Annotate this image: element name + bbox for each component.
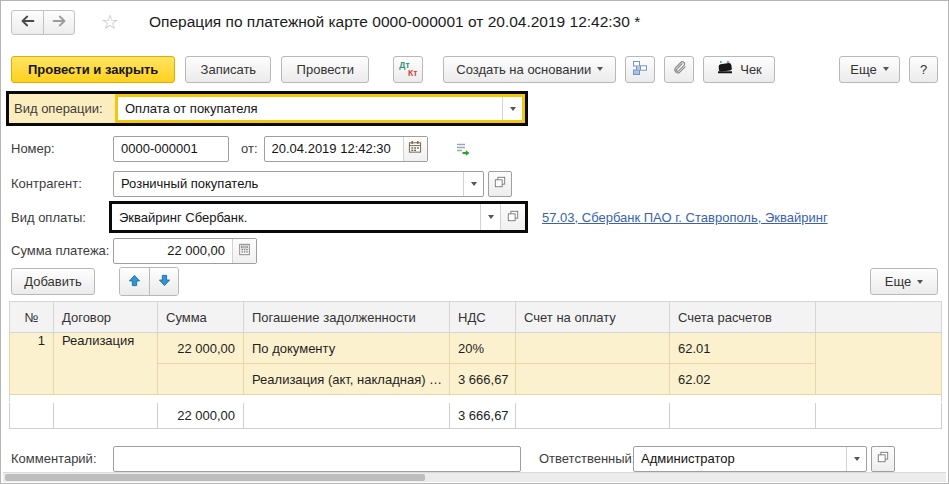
counterparty-field-group bbox=[113, 171, 484, 197]
number-label: Номер: bbox=[11, 141, 113, 156]
operation-kind-select[interactable] bbox=[115, 94, 525, 123]
table-header-row: № Договор Сумма Погашение задолженности … bbox=[10, 302, 942, 333]
cell-contract[interactable]: Реализация bbox=[54, 333, 158, 395]
payment-sum-field[interactable] bbox=[114, 239, 232, 263]
favorite-star-icon[interactable]: ☆ bbox=[101, 12, 119, 32]
command-bar: Провести и закрыть Записать Провести ДтК… bbox=[11, 55, 938, 83]
col-header-repayment: Погашение задолженности bbox=[244, 302, 450, 333]
cell-num[interactable]: 1 bbox=[10, 333, 54, 395]
titlebar: ☆ Операция по платежной карте 0000-00000… bbox=[11, 7, 938, 37]
arrow-right-icon bbox=[52, 15, 66, 30]
responsible-open-button[interactable] bbox=[871, 446, 895, 472]
payment-kind-highlight-box bbox=[109, 201, 528, 233]
dropdown-arrow-icon[interactable] bbox=[463, 172, 483, 196]
payment-kind-row: Вид оплаты: 57.03, Сбербанк ПАО г. Ставр… bbox=[11, 201, 828, 233]
help-button[interactable]: ? bbox=[909, 56, 938, 83]
posted-status-icon bbox=[454, 141, 471, 157]
calculator-button[interactable] bbox=[232, 239, 256, 263]
save-button[interactable]: Записать bbox=[185, 56, 271, 83]
structure-icon bbox=[632, 60, 648, 79]
date-field[interactable] bbox=[265, 137, 403, 161]
totals-settlement bbox=[670, 403, 816, 429]
payment-sum-label: Сумма платежа: bbox=[11, 243, 113, 258]
open-window-icon bbox=[877, 451, 889, 466]
responsible-label: Ответственный: bbox=[539, 451, 633, 466]
paperclip-icon bbox=[672, 60, 687, 78]
dropdown-arrow-icon[interactable] bbox=[502, 97, 522, 120]
add-row-button[interactable]: Добавить bbox=[11, 268, 95, 295]
col-header-sum: Сумма bbox=[158, 302, 244, 333]
post-button[interactable]: Провести bbox=[281, 56, 369, 83]
items-toolbar: Добавить Еще bbox=[11, 268, 938, 295]
payment-kind-open-button[interactable] bbox=[500, 204, 525, 230]
items-table: № Договор Сумма Погашение задолженности … bbox=[9, 301, 942, 429]
dtkt-postings-button[interactable]: ДтКт bbox=[393, 56, 423, 83]
move-row-down-button[interactable] bbox=[149, 268, 178, 295]
attachments-button[interactable] bbox=[664, 56, 694, 83]
items-more-button[interactable]: Еще bbox=[870, 268, 938, 295]
arrow-down-icon bbox=[158, 274, 171, 290]
col-header-empty bbox=[816, 302, 942, 333]
dropdown-arrow-icon[interactable] bbox=[480, 204, 500, 230]
date-field-group bbox=[264, 136, 428, 162]
post-and-close-button[interactable]: Провести и закрыть bbox=[11, 56, 175, 83]
forward-button[interactable] bbox=[43, 11, 74, 34]
dropdown-arrow-icon[interactable] bbox=[846, 447, 866, 471]
operation-kind-row: Вид операции: bbox=[6, 91, 528, 126]
scrollbar-thumb[interactable] bbox=[5, 474, 425, 481]
date-label: от: bbox=[241, 141, 258, 156]
calendar-button[interactable] bbox=[403, 137, 427, 161]
check-button[interactable]: Чек bbox=[703, 56, 775, 83]
col-header-invoice: Счет на оплату bbox=[516, 302, 670, 333]
items-more-label: Еще bbox=[885, 274, 911, 289]
calculator-icon bbox=[238, 243, 251, 259]
cell-vat-rate[interactable]: 20% bbox=[450, 333, 516, 364]
back-button[interactable] bbox=[12, 11, 43, 34]
counterparty-field[interactable] bbox=[114, 172, 463, 196]
totals-num bbox=[10, 403, 54, 429]
totals-sum: 22 000,00 bbox=[158, 403, 244, 429]
more-button[interactable]: Еще bbox=[839, 56, 900, 83]
table-row: 1 Реализация 22 000,00 По документу 20% … bbox=[10, 333, 942, 364]
cell-invoice-line2[interactable] bbox=[516, 364, 670, 395]
cell-extra[interactable] bbox=[816, 333, 942, 395]
counterparty-open-button[interactable] bbox=[488, 171, 512, 197]
cell-invoice[interactable] bbox=[516, 333, 670, 364]
cell-settlement-account1[interactable]: 62.01 bbox=[670, 333, 816, 364]
number-field[interactable] bbox=[113, 136, 229, 162]
operation-kind-label: Вид операции: bbox=[9, 94, 115, 123]
horizontal-scrollbar[interactable] bbox=[3, 472, 946, 482]
chevron-down-icon bbox=[597, 67, 603, 71]
comment-field[interactable] bbox=[113, 446, 521, 472]
col-header-settlement-accounts: Счета расчетов bbox=[670, 302, 816, 333]
payment-kind-label: Вид оплаты: bbox=[11, 210, 109, 225]
arrow-up-icon bbox=[128, 274, 141, 290]
nav-button-group bbox=[11, 10, 75, 35]
responsible-field[interactable] bbox=[634, 447, 846, 471]
footer-row: Комментарий: Ответственный: bbox=[11, 445, 938, 472]
check-label: Чек bbox=[740, 62, 762, 77]
payment-card-operation-window: ☆ Операция по платежной карте 0000-00000… bbox=[0, 0, 949, 484]
totals-vat: 3 666,67 bbox=[450, 403, 516, 429]
number-date-row: Номер: от: bbox=[11, 135, 471, 162]
cell-settlement-account2[interactable]: 62.02 bbox=[670, 364, 816, 395]
cell-repayment-line1[interactable]: По документу bbox=[244, 333, 450, 364]
dtkt-icon: ДтКт bbox=[399, 60, 417, 78]
cell-repayment-line2[interactable]: Реализация (акт, накладная) … bbox=[244, 364, 450, 395]
operation-kind-value[interactable] bbox=[118, 97, 502, 120]
related-documents-button[interactable] bbox=[625, 56, 655, 83]
totals-repayment bbox=[244, 403, 450, 429]
cell-sum-line2[interactable] bbox=[158, 364, 244, 395]
cash-register-icon bbox=[716, 60, 734, 78]
settlement-account-link[interactable]: 57.03, Сбербанк ПАО г. Ставрополь, Эквай… bbox=[542, 210, 828, 225]
col-header-contract: Договор bbox=[54, 302, 158, 333]
open-window-icon bbox=[494, 176, 506, 191]
create-based-on-button[interactable]: Создать на основании bbox=[443, 56, 616, 83]
cell-vat-sum[interactable]: 3 666,67 bbox=[450, 364, 516, 395]
move-row-up-button[interactable] bbox=[120, 268, 149, 295]
cell-sum[interactable]: 22 000,00 bbox=[158, 333, 244, 364]
table-totals-row: 22 000,00 3 666,67 bbox=[10, 403, 942, 429]
table-spacer-row bbox=[10, 395, 942, 403]
payment-kind-field[interactable] bbox=[112, 204, 480, 230]
more-label: Еще bbox=[850, 62, 876, 77]
